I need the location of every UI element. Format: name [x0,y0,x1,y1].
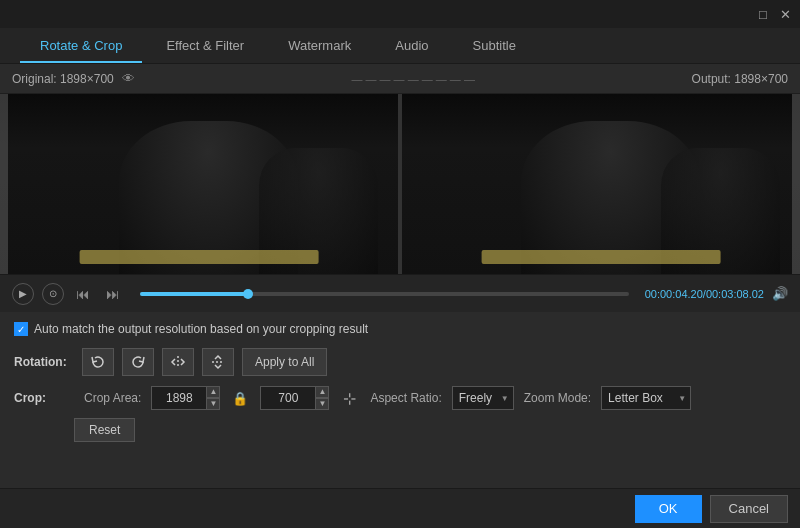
rotate-cw-button[interactable] [122,348,154,376]
title-bar: □ ✕ [0,0,800,28]
timeline-track[interactable] [140,292,629,296]
original-resolution: Original: 1898×700 [12,72,114,86]
controls-area: ✓ Auto match the output resolution based… [0,312,800,450]
width-down-button[interactable]: ▼ [206,398,220,410]
volume-icon[interactable]: 🔊 [772,286,788,301]
total-time: 00:03:08.02 [706,288,764,300]
crop-area-label: Crop Area: [84,391,141,405]
minimize-button[interactable]: □ [756,7,770,21]
playback-bar: ▶ ⊙ ⏮ ⏭ 00:00:04.20/00:03:08.02 🔊 [0,274,800,312]
zoom-mode-select[interactable]: Letter Box Pan & Scan Full [601,386,691,410]
crop-width-input[interactable] [151,386,207,410]
reset-button[interactable]: Reset [74,418,135,442]
zoom-mode-select-wrap: Letter Box Pan & Scan Full [601,386,691,410]
rotation-label: Rotation: [14,355,74,369]
timeline-thumb[interactable] [243,289,253,299]
auto-match-row: ✓ Auto match the output resolution based… [14,322,786,336]
tab-effect-filter[interactable]: Effect & Filter [146,30,264,63]
aspect-ratio-label: Aspect Ratio: [370,391,441,405]
tab-rotate-crop[interactable]: Rotate & Crop [20,30,142,63]
close-button[interactable]: ✕ [778,7,792,21]
crop-handle-left[interactable] [0,94,8,274]
bottom-bar: OK Cancel [0,488,800,528]
ok-button[interactable]: OK [635,495,702,523]
preview-area [0,94,800,274]
apply-to-all-button[interactable]: Apply to All [242,348,327,376]
eye-icon[interactable]: 👁 [122,71,135,86]
next-frame-button[interactable]: ⏭ [102,284,124,304]
height-up-button[interactable]: ▲ [315,386,329,398]
crop-row: Crop: Crop Area: ▲ ▼ 🔒 ▲ ▼ ⊹ Aspect Rati… [14,386,786,410]
crop-handle-right[interactable] [792,94,800,274]
tab-watermark[interactable]: Watermark [268,30,371,63]
flip-v-button[interactable] [202,348,234,376]
crop-label: Crop: [14,391,74,405]
tab-audio[interactable]: Audio [375,30,448,63]
rotate-ccw-button[interactable] [82,348,114,376]
width-spinner: ▲ ▼ [151,386,220,410]
auto-match-label: Auto match the output resolution based o… [34,322,368,336]
width-up-button[interactable]: ▲ [206,386,220,398]
time-display: 00:00:04.20/00:03:08.02 [645,288,764,300]
zoom-mode-label: Zoom Mode: [524,391,591,405]
stop-button[interactable]: ⊙ [42,283,64,305]
play-button[interactable]: ▶ [12,283,34,305]
timeline-progress [140,292,248,296]
current-time: 00:00:04.20 [645,288,703,300]
crop-height-input[interactable] [260,386,316,410]
aspect-ratio-select[interactable]: Freely 16:9 4:3 1:1 9:16 [452,386,514,410]
height-spinner: ▲ ▼ [260,386,329,410]
prev-frame-button[interactable]: ⏮ [72,284,94,304]
auto-match-checkbox[interactable]: ✓ [14,322,28,336]
aspect-ratio-select-wrap: Freely 16:9 4:3 1:1 9:16 [452,386,514,410]
center-icon[interactable]: ⊹ [339,389,360,408]
rotation-row: Rotation: [14,348,786,376]
tab-subtitle[interactable]: Subtitle [453,30,536,63]
height-down-button[interactable]: ▼ [315,398,329,410]
tabs-bar: Rotate & Crop Effect & Filter Watermark … [0,28,800,64]
info-bar: Original: 1898×700 👁 — — — — — — — — — O… [0,64,800,94]
reset-row: Reset [14,418,786,442]
preview-frame-right [402,94,800,274]
flip-h-button[interactable] [162,348,194,376]
preview-frame-left [0,94,398,274]
cancel-button[interactable]: Cancel [710,495,788,523]
output-resolution: Output: 1898×700 [692,72,788,86]
lock-icon[interactable]: 🔒 [232,391,248,406]
filename: — — — — — — — — — [351,73,474,85]
